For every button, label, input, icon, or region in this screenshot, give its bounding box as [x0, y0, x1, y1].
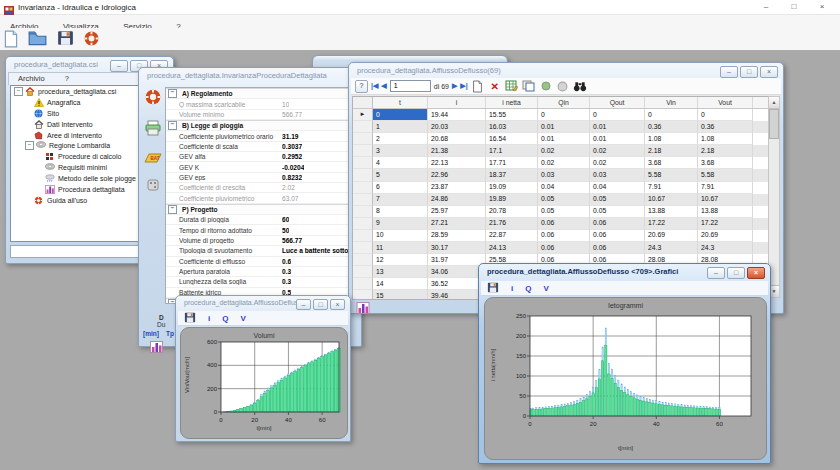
grid-cell[interactable]: 0 — [373, 109, 428, 121]
row-marker[interactable]: ► — [353, 109, 373, 121]
status-grey-icon[interactable] — [556, 80, 570, 93]
property-row[interactable]: Durata di pioggia60 — [166, 215, 359, 225]
menu-archivio[interactable]: Archivio — [9, 73, 54, 84]
save-icon[interactable] — [57, 30, 74, 50]
grid-cell[interactable]: 1 — [373, 121, 428, 133]
grid-cell[interactable]: 6 — [373, 182, 428, 194]
grid-cell[interactable]: 30.17 — [428, 242, 486, 254]
help-button[interactable]: ? — [355, 80, 368, 93]
row-marker[interactable] — [353, 278, 373, 290]
minimize-button[interactable]: – — [707, 267, 725, 279]
grid-cell[interactable]: 27.21 — [428, 218, 486, 230]
grid-cell[interactable]: 15 — [373, 290, 428, 300]
property-row[interactable]: Lunghezza della soglia0.3 — [166, 277, 359, 287]
property-value[interactable]: 31.19 — [282, 133, 299, 140]
grid-cell[interactable]: 13 — [373, 266, 428, 278]
grid-cell[interactable]: 0.01 — [590, 121, 645, 133]
row-marker[interactable] — [353, 218, 373, 230]
grid-cell[interactable]: 0 — [538, 109, 590, 121]
minimize-button[interactable]: – — [110, 60, 128, 72]
column-header-Qout[interactable]: Qout — [590, 97, 645, 108]
grid-cell[interactable]: 16.54 — [486, 133, 538, 145]
property-row[interactable]: Tempo di ritorno adottato50 — [166, 225, 359, 235]
property-section[interactable]: −A) Regolamento — [166, 88, 359, 99]
menu-help[interactable]: ? — [56, 73, 78, 84]
section-collapse-toggle[interactable]: − — [168, 205, 177, 214]
column-header-Vin[interactable]: Vin — [645, 97, 698, 108]
edit-grid-icon[interactable] — [505, 80, 519, 93]
chart-icon[interactable] — [150, 339, 163, 357]
row-marker[interactable] — [353, 242, 373, 254]
grid-cell[interactable]: 0 — [698, 109, 753, 121]
save-floppy-icon[interactable] — [184, 309, 196, 327]
next-record-button[interactable]: ▶ — [452, 82, 457, 90]
close-button[interactable]: × — [747, 267, 765, 279]
grid-cell[interactable]: 0.02 — [590, 157, 645, 169]
grid-cell[interactable]: 17.22 — [645, 218, 698, 230]
grid-cell[interactable]: 10.67 — [698, 194, 753, 206]
grid-cell[interactable]: 5 — [373, 169, 428, 181]
chart-icon[interactable] — [356, 300, 370, 318]
column-header-i-netta[interactable]: i netta — [486, 97, 538, 108]
close-button[interactable]: × — [330, 299, 345, 310]
grid-cell[interactable]: 28.59 — [428, 230, 486, 242]
grid-cell[interactable]: 0.05 — [538, 206, 590, 218]
delete-record-icon[interactable]: ✕ — [488, 80, 502, 93]
grid-cell[interactable]: 7.91 — [645, 182, 698, 194]
grid-cell[interactable]: 2 — [373, 133, 428, 145]
grid-cell[interactable]: 1.08 — [698, 133, 753, 145]
grid-cell[interactable]: 0.06 — [590, 242, 645, 254]
row-marker[interactable] — [353, 194, 373, 206]
new-document-icon[interactable] — [3, 30, 19, 52]
grid-cell[interactable]: 0.03 — [590, 169, 645, 181]
grid-cell[interactable]: 19.44 — [428, 109, 486, 121]
grid-cell[interactable]: 5.58 — [698, 169, 753, 181]
scroll-up-button[interactable]: ▲ — [769, 97, 779, 109]
grid-cell[interactable]: 2.18 — [645, 145, 698, 157]
grid-cell[interactable]: 4 — [373, 157, 428, 169]
row-marker[interactable] — [353, 133, 373, 145]
help-lifering-icon[interactable] — [83, 30, 100, 51]
export-bat-icon[interactable]: BAT — [144, 150, 162, 168]
minimize-button[interactable]: – — [296, 299, 311, 310]
grid-cell[interactable]: 0.06 — [590, 230, 645, 242]
grid-cell[interactable]: 0.03 — [538, 169, 590, 181]
grid-cell[interactable]: 7.91 — [698, 182, 753, 194]
grid-cell[interactable]: 18.37 — [486, 169, 538, 181]
property-value[interactable]: 0.3037 — [282, 143, 302, 150]
maximize-button[interactable]: □ — [780, 1, 808, 13]
grid-cell[interactable]: 0.06 — [538, 218, 590, 230]
print-icon[interactable] — [144, 120, 162, 140]
row-marker[interactable] — [353, 254, 373, 266]
grid-cell[interactable]: 3 — [373, 145, 428, 157]
grid-cell[interactable]: 0.36 — [645, 121, 698, 133]
minimize-button[interactable]: – — [752, 1, 780, 13]
grid-cell[interactable]: 3.68 — [698, 157, 753, 169]
grid-cell[interactable]: 11 — [373, 242, 428, 254]
grid-cell[interactable]: 0.02 — [538, 157, 590, 169]
grid-cell[interactable]: 24.3 — [645, 242, 698, 254]
grid-cell[interactable]: 0.04 — [590, 182, 645, 194]
row-marker[interactable] — [353, 290, 373, 300]
grid-cell[interactable]: 0 — [645, 109, 698, 121]
menu-q[interactable]: Q — [525, 284, 531, 293]
menu-v[interactable]: V — [543, 284, 548, 293]
grid-cell[interactable]: 24.13 — [486, 242, 538, 254]
scrollbar-thumb[interactable] — [769, 109, 779, 139]
row-marker[interactable] — [353, 121, 373, 133]
grid-cell[interactable]: 0.01 — [538, 121, 590, 133]
property-section[interactable]: −P) Progetto — [166, 204, 359, 215]
expand-toggle[interactable]: − — [25, 141, 34, 150]
close-button[interactable]: × — [760, 66, 778, 78]
help-lifering-icon[interactable] — [144, 88, 162, 110]
grid-cell[interactable]: 14 — [373, 278, 428, 290]
grid-cell[interactable]: 0.06 — [590, 218, 645, 230]
grid-cell[interactable]: 22.87 — [486, 230, 538, 242]
maximize-button[interactable]: □ — [740, 66, 758, 78]
row-marker[interactable] — [353, 266, 373, 278]
grid-cell[interactable]: 0.05 — [590, 194, 645, 206]
grid-cell[interactable]: 17.71 — [486, 157, 538, 169]
grid-cell[interactable]: 31.97 — [428, 254, 486, 266]
grafici-chart-window[interactable]: procedura_dettagliata.AfflussoDeflusso <… — [478, 263, 771, 464]
record-position-input[interactable]: 1 — [390, 80, 431, 92]
